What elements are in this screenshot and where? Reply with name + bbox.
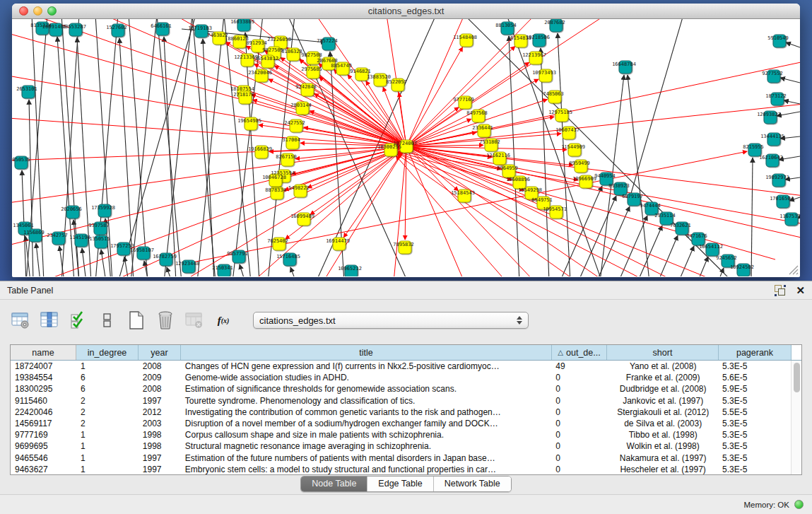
column-header-title[interactable]: title (181, 345, 552, 360)
tab-edge-table[interactable]: Edge Table (367, 477, 433, 491)
cell-name[interactable]: 9777169 (11, 430, 76, 440)
cell-out_degree[interactable]: 0 (551, 384, 606, 394)
cell-pagerank[interactable]: 5.3E-5 (718, 465, 791, 474)
cell-short[interactable]: de Silva et al. (2003) (606, 419, 718, 428)
cell-year[interactable]: 2008 (139, 384, 181, 394)
resize-grip[interactable] (789, 266, 798, 274)
cell-short[interactable]: Dudbridge et al. (2008) (606, 384, 718, 394)
cell-in_degree[interactable]: 1 (76, 441, 139, 451)
cell-year[interactable]: 2008 (139, 361, 181, 371)
cell-out_degree[interactable]: 49 (551, 361, 606, 371)
cell-name[interactable]: 9115460 (11, 396, 76, 406)
cell-title[interactable]: Structural magnetic resonance image aver… (181, 441, 552, 451)
column-header-in_degree[interactable]: in_degree (76, 345, 139, 360)
network-view[interactable]: 1872400718300295280314424275523170048267… (12, 19, 800, 276)
table-scrollbar[interactable] (791, 361, 801, 474)
cell-in_degree[interactable]: 1 (76, 453, 139, 463)
cell-pagerank[interactable]: 5.5E-5 (718, 407, 791, 417)
table-selector-dropdown[interactable]: citations_edges.txt (253, 312, 529, 329)
cell-pagerank[interactable]: 5.3E-5 (718, 361, 791, 371)
cell-short[interactable]: Tibbo et al. (1998) (606, 430, 718, 440)
row-select-icon[interactable] (68, 310, 89, 331)
cell-year[interactable]: 1998 (139, 430, 181, 440)
cell-in_degree[interactable]: 6 (76, 384, 139, 394)
cell-name[interactable]: 18724007 (11, 361, 76, 371)
new-table-icon[interactable] (126, 310, 147, 331)
cell-pagerank[interactable]: 5.3E-5 (718, 419, 791, 428)
tab-node-table[interactable]: Node Table (301, 477, 367, 491)
cell-name[interactable]: 9699695 (11, 441, 76, 451)
column-header-short[interactable]: short (607, 345, 719, 360)
cell-year[interactable]: 1997 (139, 396, 181, 406)
cell-short[interactable]: Wolkin et al. (1998) (606, 441, 718, 451)
cell-title[interactable]: Estimation of the future numbers of pati… (181, 453, 552, 463)
cell-pagerank[interactable]: 5.3E-5 (718, 453, 791, 463)
cell-name[interactable]: 19384554 (11, 373, 76, 382)
table-settings-icon[interactable] (10, 310, 31, 331)
cell-out_degree[interactable]: 0 (551, 430, 606, 440)
window-titlebar[interactable]: citations_edges.txt (12, 4, 800, 19)
cell-in_degree[interactable]: 6 (76, 373, 139, 382)
cell-in_degree[interactable]: 1 (76, 430, 139, 440)
cell-short[interactable]: Franke et al. (2009) (606, 373, 718, 382)
cell-short[interactable]: Stergiakouli et al. (2012) (606, 407, 718, 417)
column-header-name[interactable]: name (11, 345, 76, 360)
cell-in_degree[interactable]: 1 (76, 361, 139, 371)
table-row[interactable]: 946554611997Estimation of the future num… (11, 452, 791, 464)
cell-short[interactable]: Hescheler et al. (1997) (606, 465, 718, 474)
cell-pagerank[interactable]: 5.9E-5 (718, 384, 791, 394)
cell-year[interactable]: 2003 (139, 419, 181, 428)
cell-title[interactable]: Disruption of a novel member of a sodium… (181, 419, 552, 428)
cell-year[interactable]: 2012 (139, 407, 181, 417)
table-row[interactable]: 1830029562008Estimation of significance … (11, 383, 791, 395)
cell-out_degree[interactable]: 0 (551, 441, 606, 451)
cell-title[interactable]: Tourette syndrome. Phenomenology and cla… (181, 396, 552, 406)
delete-table-icon[interactable] (184, 310, 205, 331)
function-builder-icon[interactable]: f(x) (213, 310, 234, 331)
cell-year[interactable]: 1997 (139, 453, 181, 463)
cell-out_degree[interactable]: 0 (551, 407, 606, 417)
cell-in_degree[interactable]: 2 (76, 407, 139, 417)
column-header-out_degree[interactable]: △out_de... (552, 345, 607, 360)
column-header-pagerank[interactable]: pagerank (719, 345, 792, 360)
table-row[interactable]: 911546021997Tourette syndrome. Phenomeno… (11, 395, 791, 407)
cell-year[interactable]: 1998 (139, 441, 181, 451)
memory-status-icon[interactable] (794, 500, 804, 509)
table-row[interactable]: 1938455462009Genome-wide association stu… (11, 372, 791, 383)
cell-title[interactable]: Corpus callosum shape and size in male p… (181, 430, 552, 440)
cell-title[interactable]: Estimation of significance thresholds fo… (181, 384, 552, 394)
table-row[interactable]: 977716911998Corpus callosum shape and si… (11, 429, 791, 440)
cell-out_degree[interactable]: 0 (551, 465, 606, 474)
cell-short[interactable]: Yano et al. (2008) (606, 361, 718, 371)
table-row[interactable]: 1872400712008Changes of HCN gene express… (11, 361, 791, 372)
cell-short[interactable]: Jankovic et al. (1997) (606, 396, 718, 406)
table-row[interactable]: 946362711997Embryonic stem cells: a mode… (11, 464, 791, 474)
float-panel-icon[interactable] (775, 285, 786, 296)
delete-icon[interactable] (155, 310, 176, 331)
cell-title[interactable]: Embryonic stem cells: a model to study s… (181, 465, 552, 474)
rows-icon[interactable] (97, 310, 118, 331)
cell-out_degree[interactable]: 0 (551, 373, 606, 382)
tab-network-table[interactable]: Network Table (434, 477, 511, 491)
column-visibility-icon[interactable] (39, 310, 60, 331)
cell-out_degree[interactable]: 0 (551, 396, 606, 406)
cell-name[interactable]: 9465546 (11, 453, 76, 463)
cell-year[interactable]: 1997 (139, 465, 181, 474)
table-row[interactable]: 2242004622012Investigating the contribut… (11, 407, 791, 418)
table-row[interactable]: 969969511998Structural magnetic resonanc… (11, 440, 791, 452)
table-row[interactable]: 1456911722003Disruption of a novel membe… (11, 418, 791, 429)
scrollbar-thumb[interactable] (794, 363, 800, 392)
cell-pagerank[interactable]: 5.3E-5 (718, 441, 791, 451)
cell-name[interactable]: 18300295 (11, 384, 76, 394)
cell-pagerank[interactable]: 5.3E-5 (718, 396, 791, 406)
cell-title[interactable]: Changes of HCN gene expression and I(f) … (181, 361, 552, 371)
cell-out_degree[interactable]: 0 (551, 419, 606, 428)
column-header-year[interactable]: year (139, 345, 181, 360)
cell-in_degree[interactable]: 1 (76, 465, 139, 474)
cell-title[interactable]: Investigating the contribution of common… (181, 407, 552, 417)
cell-in_degree[interactable]: 2 (76, 396, 139, 406)
cell-name[interactable]: 22420046 (11, 407, 76, 417)
cell-year[interactable]: 2009 (139, 373, 181, 382)
cell-short[interactable]: Nakamura et al. (1997) (606, 453, 718, 463)
cell-name[interactable]: 9463627 (11, 465, 76, 474)
